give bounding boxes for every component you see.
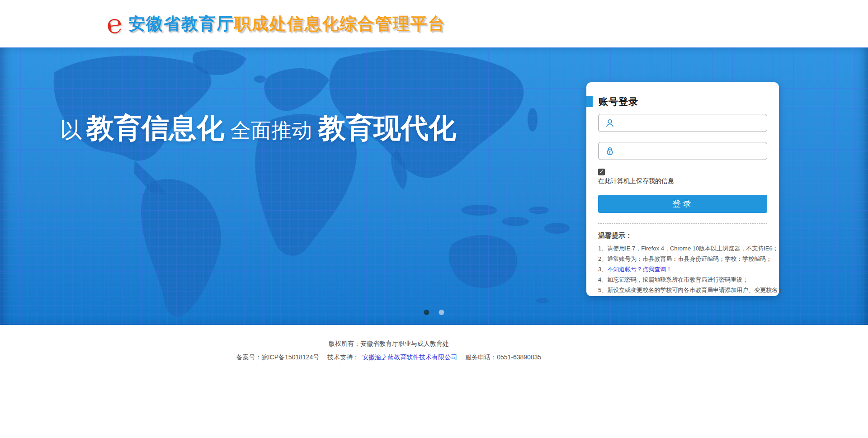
- tip-item-1: 1、请使用IE 7，Firefox 4，Chrome 10版本以上浏览器，不支持…: [598, 243, 767, 254]
- tip-text: 2、通常账号为：市县教育局：市县身份证编码；学校：学校编码；: [598, 255, 772, 262]
- tips-title: 温馨提示：: [598, 231, 767, 240]
- app-title: 安徽省教育厅职成处信息化综合管理平台: [128, 13, 446, 35]
- title-accent-square: [586, 96, 593, 107]
- lock-icon: [605, 146, 615, 156]
- banner-slogan: 以教育信息化全面推动教育现代化: [60, 110, 461, 147]
- support-label: 技术支持：: [327, 353, 359, 361]
- carousel-dot-1[interactable]: [424, 310, 429, 315]
- slogan-prefix: 以: [60, 118, 82, 142]
- password-field: [598, 142, 767, 160]
- tip-text: 1、请使用IE 7，Firefox 4，Chrome 10版本以上浏览器，不支持…: [598, 245, 778, 252]
- app-title-orange: 职成处信息化综合管理平台: [234, 14, 446, 33]
- login-panel: 账号登录 ✓ 在此计算机上保存我的信息: [586, 82, 779, 296]
- app-title-blue: 安徽省教育厅: [128, 14, 234, 33]
- divider: [598, 223, 767, 224]
- remember-row: ✓ 在此计算机上保存我的信息: [598, 167, 767, 185]
- app-logo-icon: ℮: [104, 9, 124, 38]
- slogan-emphasis-1: 教育信息化: [86, 113, 224, 143]
- login-title: 账号登录: [599, 95, 638, 108]
- tip-item-4: 4、如忘记密码，按属地联系所在市教育局进行密码重设；: [598, 274, 767, 285]
- hero-banner: 以教育信息化全面推动教育现代化 账号登录: [0, 47, 868, 325]
- account-lookup-link[interactable]: 不知道帐号？点我查询！: [607, 266, 672, 273]
- footer-info-line: 备案号：皖ICP备15018124号 技术支持：安徽渔之蓝教育软件技术有限公司 …: [0, 353, 778, 362]
- login-button[interactable]: 登录: [598, 195, 767, 213]
- tip-text: 3、: [598, 266, 607, 273]
- password-input[interactable]: [617, 142, 763, 160]
- login-page: ℮ 安徽省教育厅职成处信息化综合管理平台: [0, 0, 868, 438]
- remember-checkbox[interactable]: ✓: [598, 169, 605, 175]
- service-phone: 服务电话：0551-63890035: [465, 353, 541, 361]
- carousel-dot-2[interactable]: [439, 310, 444, 315]
- page-footer: 版权所有：安徽省教育厅职业与成人教育处 备案号：皖ICP备15018124号 技…: [0, 325, 778, 362]
- user-icon: [605, 118, 615, 128]
- app-header: ℮ 安徽省教育厅职成处信息化综合管理平台: [0, 0, 868, 47]
- carousel-dots: [424, 310, 444, 315]
- remember-label: 在此计算机上保存我的信息: [598, 177, 767, 185]
- check-icon: ✓: [599, 169, 604, 174]
- slogan-emphasis-2: 教育现代化: [318, 113, 456, 143]
- tip-text: 4、如忘记密码，按属地联系所在市教育局进行密码重设；: [598, 276, 748, 283]
- login-title-row: 账号登录: [598, 96, 767, 108]
- tips-list: 1、请使用IE 7，Firefox 4，Chrome 10版本以上浏览器，不支持…: [598, 243, 767, 295]
- tip-item-2: 2、通常账号为：市县教育局：市县身份证编码；学校：学校编码；: [598, 254, 767, 264]
- support-company-link[interactable]: 安徽渔之蓝教育软件技术有限公司: [362, 353, 457, 361]
- tip-item-3: 3、不知道帐号？点我查询！: [598, 264, 767, 274]
- tip-text: 5、新设立或变更校名的学校可向各市教育局申请添加用户、变更校名；: [598, 287, 783, 293]
- tip-item-5: 5、新设立或变更校名的学校可向各市教育局申请添加用户、变更校名；: [598, 285, 767, 295]
- copyright-text: 版权所有：安徽省教育厅职业与成人教育处: [0, 340, 778, 348]
- beian-number: 备案号：皖ICP备15018124号: [236, 353, 320, 361]
- username-input[interactable]: [617, 114, 763, 132]
- slogan-middle: 全面推动: [231, 119, 312, 142]
- username-field: [598, 114, 767, 132]
